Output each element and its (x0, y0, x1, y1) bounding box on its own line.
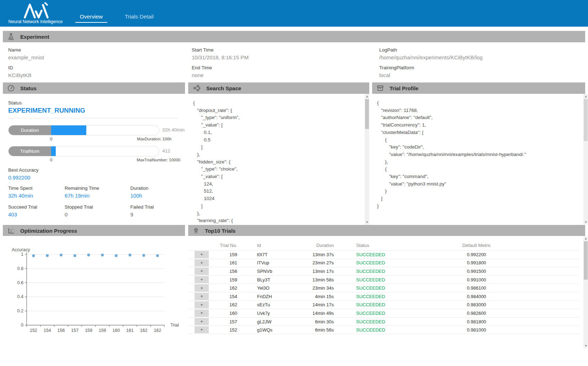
data-point[interactable] (74, 254, 76, 257)
section-header-trial-profile: Trial Profile (372, 82, 585, 94)
expand-button[interactable]: + (195, 276, 209, 284)
scatter-chart-icon (7, 227, 15, 234)
accuracy-chart: Accuracy10.80.60.40.20152154156157159159… (3, 236, 185, 343)
plus-icon: + (200, 261, 203, 265)
plus-icon: + (200, 278, 203, 282)
column-header-duration: Duration (293, 243, 334, 248)
stat: Time Spent32h 40min (8, 185, 65, 199)
expand-button[interactable]: + (195, 284, 209, 292)
data-point[interactable] (142, 254, 145, 257)
column-header-trial-no-: Trial No. (209, 243, 237, 248)
table-row: +156SPNVb13min 17sSUCCEEDED0.991500 (188, 267, 579, 275)
stat-value: 9 (130, 211, 154, 217)
search-space-scrollbar[interactable] (365, 94, 369, 225)
stat: Duration100h (130, 185, 154, 199)
x-tick-label: 154 (44, 328, 51, 333)
table-row: +162Yel3O23min 34sSUCCEEDED0.986100 (188, 284, 579, 292)
data-point[interactable] (101, 254, 104, 257)
expand-button[interactable]: + (195, 293, 209, 300)
expand-button[interactable]: + (195, 251, 209, 258)
id-cell: SPNVb (237, 269, 293, 274)
metric-cell: 0.986100 (405, 285, 548, 291)
table-row: +159t0I7T13min 37sSUCCEEDED0.992200 (188, 250, 579, 259)
column-header-default-metric: Default Metric (405, 243, 548, 248)
scrollbar-thumb[interactable] (584, 241, 588, 280)
top10-rows: +159t0I7T13min 37sSUCCEEDED0.992200+161I… (188, 250, 579, 334)
top10-panel: Trial No.IdDurationStatusDefault Metric … (188, 236, 583, 348)
stat-label: Failed Trial (130, 204, 154, 210)
scroll-down-icon[interactable] (583, 343, 588, 348)
metric-cell: 0.992200 (405, 252, 548, 257)
scroll-down-icon[interactable] (583, 220, 588, 225)
scroll-up-icon[interactable] (583, 236, 588, 241)
stat-label: Duration (130, 185, 154, 191)
top10-scrollbar[interactable] (583, 236, 588, 348)
expand-button[interactable]: + (195, 301, 209, 309)
trial-no-cell: 161 (209, 260, 237, 265)
section-header-status: Status (3, 82, 185, 94)
table-row: +161ITVup23min 27sSUCCEEDED0.991800 (188, 259, 579, 267)
data-point[interactable] (87, 254, 90, 257)
data-point[interactable] (32, 254, 35, 257)
section-title-status: Status (20, 85, 37, 91)
medal-icon (193, 227, 199, 234)
stat-value: 0 (65, 211, 130, 217)
experiment-field-label: End Time (192, 65, 374, 70)
data-point[interactable] (129, 254, 131, 257)
plus-icon: + (200, 294, 203, 298)
id-cell: sEzTu (237, 302, 293, 307)
x-tick-label: 162 (154, 328, 161, 333)
trial-profile-scrollbar[interactable] (583, 94, 588, 225)
plus-icon: + (200, 252, 203, 257)
experiment-field-label: LogPath (379, 47, 585, 53)
plus-icon: + (200, 328, 203, 332)
table-row: +162sEzTu14min 17sSUCCEEDED0.983000 (188, 301, 579, 309)
x-tick-label: 157 (71, 328, 78, 333)
scroll-up-icon[interactable] (583, 94, 588, 99)
metric-cell: 0.981000 (405, 327, 548, 333)
scroll-up-icon[interactable] (365, 94, 369, 99)
scrollbar-thumb[interactable] (365, 99, 369, 129)
expand-button[interactable]: + (195, 259, 209, 267)
metric-cell: 0.983000 (405, 302, 548, 307)
tab-overview[interactable]: Overview (75, 14, 107, 20)
tab-trials-detail[interactable]: Trials Detail (120, 14, 158, 20)
scrollbar-thumb[interactable] (584, 99, 588, 141)
x-tick-label: 160 (113, 328, 120, 333)
expand-button[interactable]: + (195, 268, 209, 275)
metric-cell: 0.991800 (405, 260, 548, 265)
expand-button[interactable]: + (195, 310, 209, 317)
section-header-top10: Top10 Trials (188, 225, 585, 236)
duration-cell: 13min 37s (293, 252, 334, 257)
top10-table: Trial No.IdDurationStatusDefault Metric … (188, 240, 579, 334)
duration-cell: 13min 17s (293, 269, 334, 274)
top10-header-row: Trial No.IdDurationStatusDefault Metric (188, 240, 579, 250)
stat-value: 100h (130, 193, 154, 199)
table-row: +157gL2JW6min 30sSUCCEEDED0.981800 (188, 317, 579, 326)
trial-no-cell: 159 (209, 277, 237, 282)
column-header-id: Id (237, 243, 293, 248)
status-cell: SUCCEEDED (334, 294, 405, 299)
status-cell: SUCCEEDED (334, 327, 405, 333)
section-title-experiment: Experiment (20, 34, 49, 40)
scroll-down-icon[interactable] (365, 220, 369, 225)
data-point[interactable] (46, 254, 49, 257)
y-tick-label: 1 (21, 252, 23, 257)
trialnum-progress-value: 412 (162, 148, 170, 154)
experiment-field-value: /home/quzha/nni/experiments/KCiBytKB/log (379, 54, 585, 60)
stat-value: 403 (8, 211, 65, 217)
expand-button[interactable]: + (195, 318, 209, 325)
duration-cell: 6min 30s (293, 319, 334, 324)
archive-box-icon (377, 85, 384, 92)
experiment-field-value: none (192, 72, 374, 78)
plus-icon: + (200, 286, 203, 290)
data-point[interactable] (60, 254, 62, 257)
data-point[interactable] (115, 254, 118, 257)
status-value: EXPERIMENT_RUNNING (8, 107, 85, 114)
data-point[interactable] (156, 254, 159, 257)
nni-logo-icon (23, 2, 50, 19)
expand-button[interactable]: + (195, 326, 209, 333)
status-panel: Status EXPERIMENT_RUNNING Duration 32h 4… (3, 94, 185, 225)
experiment-field-value: KCiBytKB (8, 72, 186, 78)
divider (8, 118, 178, 118)
